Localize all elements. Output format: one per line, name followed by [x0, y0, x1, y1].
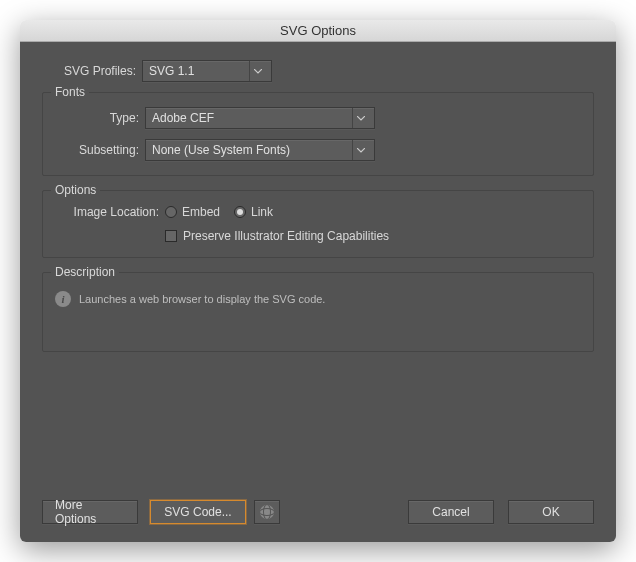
info-icon: i — [55, 291, 71, 307]
description-legend: Description — [51, 265, 119, 279]
dialog-content: SVG Profiles: SVG 1.1 Fonts Type: Adobe … — [20, 42, 616, 542]
options-group: Options Image Location: Embed Link — [42, 190, 594, 258]
font-type-label: Type: — [55, 111, 145, 125]
image-location-label: Image Location: — [55, 205, 165, 219]
font-subsetting-value: None (Use System Fonts) — [152, 143, 346, 157]
cancel-button[interactable]: Cancel — [408, 500, 494, 524]
font-subsetting-row: Subsetting: None (Use System Fonts) — [55, 139, 581, 161]
checkbox-icon — [165, 230, 177, 242]
titlebar: SVG Options — [20, 20, 616, 42]
radio-icon — [234, 206, 246, 218]
font-type-row: Type: Adobe CEF — [55, 107, 581, 129]
link-radio[interactable]: Link — [234, 205, 273, 219]
chevron-down-icon — [249, 61, 265, 81]
globe-icon — [260, 505, 274, 519]
description-row: i Launches a web browser to display the … — [55, 287, 581, 307]
window-title: SVG Options — [280, 23, 356, 38]
ok-label: OK — [542, 505, 559, 519]
cancel-label: Cancel — [432, 505, 469, 519]
embed-radio[interactable]: Embed — [165, 205, 220, 219]
preserve-checkbox-label: Preserve Illustrator Editing Capabilitie… — [183, 229, 389, 243]
embed-radio-label: Embed — [182, 205, 220, 219]
font-type-value: Adobe CEF — [152, 111, 346, 125]
font-type-select[interactable]: Adobe CEF — [145, 107, 375, 129]
fonts-legend: Fonts — [51, 85, 89, 99]
font-subsetting-select[interactable]: None (Use System Fonts) — [145, 139, 375, 161]
chevron-down-icon — [352, 140, 368, 160]
preserve-row: Preserve Illustrator Editing Capabilitie… — [55, 229, 581, 243]
svg-code-button[interactable]: SVG Code... — [150, 500, 246, 524]
web-preview-button[interactable] — [254, 500, 280, 524]
svg-profiles-row: SVG Profiles: SVG 1.1 — [42, 60, 594, 82]
svg-profiles-select[interactable]: SVG 1.1 — [142, 60, 272, 82]
description-group: Description i Launches a web browser to … — [42, 272, 594, 352]
svg-code-label: SVG Code... — [164, 505, 231, 519]
svg-profiles-value: SVG 1.1 — [149, 64, 243, 78]
svg-options-dialog: SVG Options SVG Profiles: SVG 1.1 Fonts … — [20, 20, 616, 542]
chevron-down-icon — [352, 108, 368, 128]
image-location-row: Image Location: Embed Link — [55, 205, 581, 219]
ok-button[interactable]: OK — [508, 500, 594, 524]
svg-profiles-label: SVG Profiles: — [42, 64, 142, 78]
link-radio-label: Link — [251, 205, 273, 219]
options-legend: Options — [51, 183, 100, 197]
more-options-button[interactable]: More Options — [42, 500, 138, 524]
image-location-radios: Embed Link — [165, 205, 273, 219]
fonts-group: Fonts Type: Adobe CEF Subsetting: None (… — [42, 92, 594, 176]
font-subsetting-label: Subsetting: — [55, 143, 145, 157]
more-options-label: More Options — [55, 498, 125, 526]
preserve-checkbox[interactable]: Preserve Illustrator Editing Capabilitie… — [165, 229, 389, 243]
radio-icon — [165, 206, 177, 218]
button-bar: More Options SVG Code... Cancel OK — [42, 500, 594, 524]
description-text: Launches a web browser to display the SV… — [79, 293, 325, 305]
